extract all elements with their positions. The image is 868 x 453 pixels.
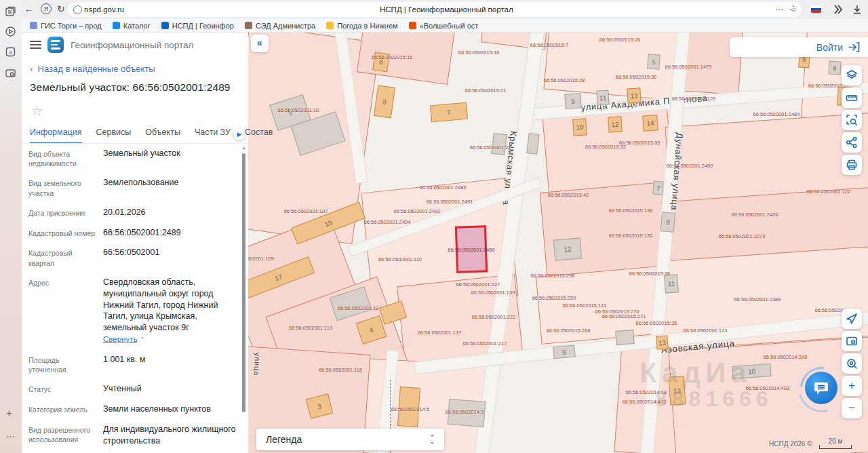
map-canvas[interactable]: улица Академика ПоленоваКрымская улицаДу… (248, 33, 868, 453)
minimap-button[interactable] (842, 331, 862, 351)
page-title-text: НСПД | Геоинформационный портал (380, 5, 513, 14)
map-building[interactable]: 6 (828, 60, 841, 75)
map-building[interactable]: 9 (564, 93, 581, 109)
map-building[interactable]: 7 (652, 180, 664, 195)
map-building[interactable]: 9 (553, 345, 575, 359)
map-building[interactable]: 13 (627, 87, 641, 103)
sidebar-more-icon[interactable]: ⋯ (6, 431, 15, 441)
selected-parcel-label: 66:56:0502001:2489 (448, 246, 495, 252)
map-building[interactable]: 5 (647, 54, 660, 69)
print-button[interactable] (842, 155, 862, 175)
bookmark-item[interactable]: ГИС Торги – прод (30, 22, 102, 30)
favorite-star-icon[interactable]: ☆ (31, 103, 43, 119)
tabs-scroll-right-button[interactable]: ▶ (233, 128, 245, 140)
cadastral-label: 66:56:0502001:2491 (427, 199, 473, 205)
scale-bar: 20 м (819, 437, 852, 449)
refresh-icon[interactable]: ↻ (57, 3, 65, 14)
menu-icon[interactable] (30, 41, 41, 49)
tab-Объекты[interactable]: Объекты (145, 127, 180, 144)
map-building[interactable] (526, 133, 540, 155)
panel-tabs: ИнформацияСервисыОбъектыЧасти ЗУСостав (30, 127, 240, 144)
bookmark-label: Каталог (123, 22, 151, 30)
bookmark-item[interactable]: НСПД | Геоинфор (161, 22, 234, 30)
map-building[interactable]: 8 (374, 85, 395, 118)
map-building[interactable]: 11 (664, 274, 679, 293)
panel-scroll-up-icon[interactable]: ▲ (241, 145, 246, 150)
bookmark-item[interactable]: СЭД Администра (245, 22, 315, 30)
play-icon[interactable] (5, 26, 16, 37)
cadastral-label: 66:56:0502001:123 (684, 328, 728, 334)
map-building[interactable]: 12 (553, 237, 583, 260)
legend-expand-icon[interactable]: ⌃⌄ (429, 435, 435, 444)
tab-Состав[interactable]: Состав (245, 127, 273, 144)
field-label: Вид объекта недвижимости (28, 148, 98, 168)
bookmark-item[interactable]: «Волшебный ост (409, 22, 479, 30)
bookmark-label: «Волшебный ост (420, 22, 479, 30)
nspd-logo-icon[interactable] (47, 37, 64, 53)
login-button[interactable]: Войти (730, 37, 868, 57)
bookmark-label: НСПД | Геоинфор (172, 22, 234, 30)
map-building[interactable]: 11 (596, 90, 609, 105)
legend-bar[interactable]: Легенда ⌃⌄ (256, 429, 444, 450)
cadastral-label: 66:56:0502014:3 (446, 409, 484, 415)
locate-button[interactable] (842, 309, 862, 329)
cadastral-label: 66:56:0502015:28 (544, 77, 585, 83)
cadastral-label: 502001:109 (248, 256, 274, 262)
map-building[interactable]: 7 (430, 102, 468, 123)
tab-Сервисы[interactable]: Сервисы (96, 127, 132, 144)
field-label: Площадь уточненная (28, 354, 98, 374)
tab-Информация[interactable]: Информация (30, 127, 82, 144)
address-bar[interactable]: nspd.gov.ru НСПД | Геоинформационный пор… (68, 2, 802, 17)
field-value: Земельный участок (103, 148, 240, 168)
svg-text:4: 4 (9, 50, 12, 56)
protect-icon[interactable] (833, 4, 844, 15)
field-value: Свердловская область, муниципальный окру… (103, 277, 240, 345)
cadastral-label: 66:56:0502015:26 (599, 37, 640, 43)
field-row: Вид разрешенного использованияДля индиви… (28, 424, 240, 447)
translate-flag-icon[interactable] (811, 5, 821, 13)
tab-Части ЗУ[interactable]: Части ЗУ (195, 127, 231, 144)
map-building[interactable]: 10 (572, 118, 587, 136)
site-security-icon[interactable] (73, 5, 82, 14)
back-icon[interactable]: ← (24, 3, 34, 14)
yandex-mode-icon[interactable]: Я (41, 3, 52, 14)
browser-sidebar: 4 + ⋯ (0, 0, 22, 453)
bookmark-item[interactable]: Погода в Нижнем (326, 22, 397, 30)
collapse-panel-button[interactable]: « (251, 35, 269, 52)
notes-panel-icon[interactable] (5, 5, 16, 17)
layers-button[interactable] (842, 65, 862, 85)
back-to-results-link[interactable]: ‹ Назад в найденные объекты (30, 64, 155, 74)
area-search-button[interactable] (842, 110, 862, 130)
share-button[interactable] (842, 132, 862, 153)
url-text[interactable]: nspd.gov.ru (84, 5, 124, 14)
downloads-icon[interactable] (852, 4, 863, 15)
cadastral-label: 66:56:0502015:42 (548, 192, 589, 198)
chevron-up-icon: ⌃ (140, 336, 145, 343)
panel-scrollbar[interactable] (242, 153, 245, 412)
map-building[interactable]: 14 (642, 115, 658, 131)
map-building[interactable]: 9 (660, 212, 675, 233)
map-building[interactable]: 13 (656, 335, 668, 349)
tab-counter-icon[interactable]: 4 (5, 46, 16, 58)
collapse-address-link[interactable]: Свернуть (103, 335, 137, 343)
cadastral-label: 66:56:0502015:32 (585, 144, 626, 150)
object-search-button[interactable] (842, 353, 862, 374)
screenshot-icon[interactable] (5, 68, 16, 79)
bookmark-item[interactable]: Каталог (113, 22, 151, 30)
chat-fab-button[interactable] (805, 372, 837, 404)
bookmark-label: Погода в Нижнем (337, 22, 397, 30)
cadastral-label: 66:56:0502001:1479 (665, 64, 712, 70)
map-building[interactable]: 12 (608, 116, 623, 132)
ruler-button[interactable] (842, 87, 862, 108)
cadastral-label: 66:56:0502001:227 (456, 281, 500, 288)
cadastral-label: 66:56:0502015:36 (629, 271, 670, 277)
more-options-icon[interactable]: ⋯ (775, 5, 783, 14)
add-panel-icon[interactable]: + (6, 407, 12, 418)
zoom-in-button[interactable]: + (842, 376, 862, 396)
zoom-out-button[interactable]: − (842, 398, 862, 418)
cadastral-label: 66:56:0502001:10 (278, 107, 319, 113)
scale-line (819, 445, 852, 449)
map-building[interactable] (615, 330, 634, 345)
login-label: Войти (816, 42, 843, 53)
bookmark-icon[interactable]: ◅̌ (789, 5, 795, 14)
